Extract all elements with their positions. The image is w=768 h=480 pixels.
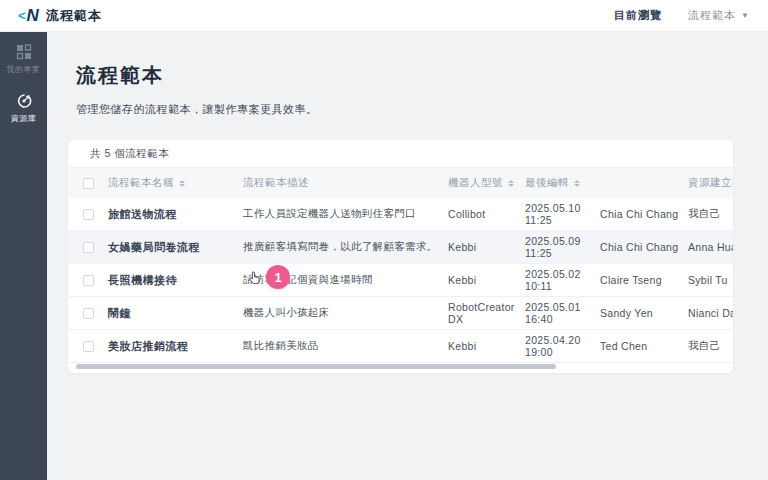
annotation-overlay: 1: [246, 265, 290, 289]
select-all-checkbox[interactable]: [83, 178, 94, 189]
editor-name: Sandy Yen: [600, 307, 688, 319]
top-header: <N 流程範本 目前瀏覽 流程範本 ▼: [0, 0, 768, 32]
row-checkbox[interactable]: [83, 209, 94, 220]
sort-icon[interactable]: [508, 180, 514, 187]
creator-name: 我自己: [688, 207, 733, 221]
template-description: 工作人員設定機器人送物到住客門口: [243, 207, 448, 221]
last-edited: 2025.05.10 11:25: [525, 202, 600, 226]
table-row[interactable]: 女媧藥局問卷流程 推廣顧客填寫問卷，以此了解顧客需求。 Kebbi 2025.0…: [68, 231, 733, 264]
editor-name: Chia Chi Chang: [600, 208, 688, 220]
main-content: 流程範本 管理您儲存的流程範本，讓製作專案更具效率。 共 5 個流程範本 流程範…: [47, 32, 768, 480]
table-row[interactable]: 美妝店推銷流程 凱比推銷美妝品 Kebbi 2025.04.20 19:00 T…: [68, 330, 733, 363]
horizontal-scrollbar-track[interactable]: [68, 364, 733, 370]
last-edited: 2025.05.09 11:25: [525, 235, 600, 259]
column-header-name[interactable]: 流程範本名稱: [108, 176, 243, 190]
last-edited: 2025.04.20 19:00: [525, 334, 600, 358]
resource-target-icon: [16, 93, 32, 109]
template-name[interactable]: 女媧藥局問卷流程: [108, 240, 243, 255]
row-checkbox[interactable]: [83, 308, 94, 319]
table-row[interactable]: 鬧鐘 機器人叫小孩起床 RobotCreator DX 2025.05.01 1…: [68, 297, 733, 330]
column-header-description: 流程範本描述: [243, 176, 448, 190]
robot-model: Kebbi: [448, 241, 525, 253]
editor-name: Claire Tseng: [600, 274, 688, 286]
horizontal-scrollbar-thumb[interactable]: [76, 364, 556, 369]
robot-model: Collibot: [448, 208, 525, 220]
template-description: 機器人叫小孩起床: [243, 306, 448, 320]
template-dropdown[interactable]: 流程範本 ▼: [688, 8, 750, 23]
creator-name: Nianci Dai: [688, 307, 733, 319]
sidebar-item-my-projects[interactable]: 我的專案: [0, 44, 47, 75]
column-header-last-edited[interactable]: 最後編輯: [525, 176, 600, 190]
robot-model: Kebbi: [448, 274, 525, 286]
row-checkbox[interactable]: [83, 242, 94, 253]
template-description: 凱比推銷美妝品: [243, 339, 448, 353]
template-description: 推廣顧客填寫問卷，以此了解顧客需求。: [243, 240, 448, 254]
column-header-creator[interactable]: 資源建立者: [688, 176, 733, 190]
chevron-down-icon: ▼: [741, 11, 750, 20]
robot-model: Kebbi: [448, 340, 525, 352]
sidebar: 我的專案 資源庫: [0, 32, 47, 480]
template-dropdown-value: 流程範本: [688, 8, 736, 23]
row-checkbox[interactable]: [83, 275, 94, 286]
template-table-card: 共 5 個流程範本 流程範本名稱 流程範本描述 機器人型號 最後編輯: [68, 140, 733, 373]
sidebar-item-resource-library[interactable]: 資源庫: [0, 93, 47, 124]
step-badge: 1: [266, 265, 290, 289]
template-name[interactable]: 鬧鐘: [108, 306, 243, 321]
app-logo: <N 流程範本: [18, 7, 102, 25]
sidebar-item-label: 我的專案: [7, 64, 41, 75]
creator-name: Anna Huang: [688, 241, 733, 253]
last-edited: 2025.05.01 16:40: [525, 301, 600, 325]
column-header-robot-model[interactable]: 機器人型號: [448, 176, 525, 190]
nuwa-logo-icon: <N: [18, 7, 39, 24]
current-view-label: 目前瀏覽: [614, 8, 662, 23]
template-name[interactable]: 長照機構接待: [108, 273, 243, 288]
last-edited: 2025.05.02 10:11: [525, 268, 600, 292]
sort-icon[interactable]: [179, 180, 185, 187]
table-row[interactable]: 旅館送物流程 工作人員設定機器人送物到住客門口 Collibot 2025.05…: [68, 198, 733, 231]
template-count-summary: 共 5 個流程範本: [68, 140, 733, 168]
page-subtitle: 管理您儲存的流程範本，讓製作專案更具效率。: [76, 102, 768, 117]
editor-name: Ted Chen: [600, 340, 688, 352]
hand-pointer-icon: [246, 269, 263, 286]
creator-name: 我自己: [688, 339, 733, 353]
projects-grid-icon: [16, 44, 32, 60]
app-title: 流程範本: [46, 7, 102, 25]
table-row[interactable]: 長照機構接待 請訪客登記個資與進場時間 Kebbi 2025.05.02 10:…: [68, 264, 733, 297]
page-title: 流程範本: [76, 62, 768, 89]
editor-name: Chia Chi Chang: [600, 241, 688, 253]
row-checkbox[interactable]: [83, 341, 94, 352]
robot-model: RobotCreator DX: [448, 301, 525, 325]
template-name[interactable]: 美妝店推銷流程: [108, 339, 243, 354]
template-name[interactable]: 旅館送物流程: [108, 207, 243, 222]
table-header-row: 流程範本名稱 流程範本描述 機器人型號 最後編輯 資源建立者: [68, 168, 733, 198]
sidebar-item-label: 資源庫: [11, 113, 37, 124]
creator-name: Sybil Tu: [688, 274, 733, 286]
sort-icon[interactable]: [574, 180, 580, 187]
